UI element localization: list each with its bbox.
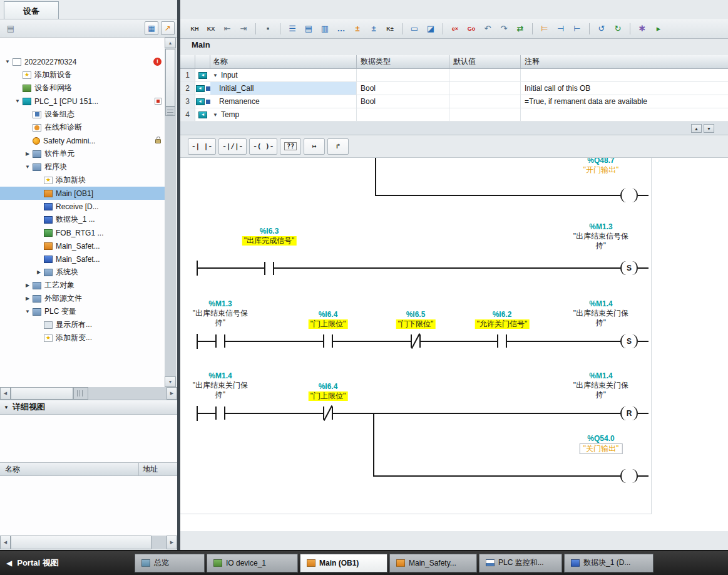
- expander-icon[interactable]: ▼: [3, 59, 13, 65]
- goto-error-icon[interactable]: e×: [448, 22, 462, 36]
- tree-item-safety-admin[interactable]: Safety Admini...: [0, 134, 165, 147]
- portal-view-button[interactable]: ◀ Portal 视图: [0, 557, 135, 569]
- refresh-icon[interactable]: ↺: [595, 22, 608, 36]
- operand-compare-icon[interactable]: K±: [383, 22, 397, 36]
- coil-open-door[interactable]: [620, 189, 638, 202]
- settings-icon[interactable]: ✱: [635, 22, 649, 36]
- no-contact[interactable]: [323, 334, 333, 348]
- tree-item-main-safety-1[interactable]: Main_Safet...: [0, 239, 165, 252]
- ladder-canvas[interactable]: %Q48.7 "开门输出" %I6.3 "出库完成信号" %M1.3 "出库结束…: [180, 158, 728, 531]
- compare-kx-icon[interactable]: KX: [204, 22, 218, 36]
- col-default[interactable]: 默认值: [449, 55, 521, 68]
- collapse-down-button[interactable]: ▼: [704, 124, 714, 133]
- palette-nc-contact-button[interactable]: -|/|-: [218, 138, 247, 155]
- expander-icon[interactable]: ▼: [213, 112, 218, 118]
- expand-networks-icon[interactable]: ▤: [302, 22, 315, 36]
- operand-label[interactable]: %I6.4 "门上限位": [309, 382, 348, 401]
- tab-devices[interactable]: 设备: [4, 1, 59, 19]
- favorites-icon[interactable]: ◪: [424, 22, 438, 36]
- scroll-up-button[interactable]: ▲: [165, 38, 176, 48]
- col-comment[interactable]: 注释: [521, 55, 728, 68]
- reset-coil[interactable]: R: [620, 407, 638, 420]
- operand-label[interactable]: %M1.4 "出库结束关门保持": [570, 299, 632, 328]
- table-row[interactable]: 2 Initial_Call Bool Initial call of this…: [180, 82, 728, 95]
- tree-item-external-sources[interactable]: ▶ 外部源文件: [0, 292, 165, 305]
- hscroll-thumb[interactable]: [11, 536, 151, 549]
- scroll-left-button[interactable]: ◀: [0, 536, 11, 549]
- operand-label[interactable]: %Q54.0 "关门输出": [580, 434, 623, 454]
- no-contact[interactable]: [215, 407, 225, 420]
- tree-item-tech-objects[interactable]: ▶ 工艺对象: [0, 279, 165, 292]
- task-datablock1[interactable]: 数据块_1 (D...: [564, 554, 654, 572]
- set-coil[interactable]: S: [620, 261, 638, 275]
- insert-output-icon[interactable]: ⊣: [554, 22, 568, 36]
- open-diagram-button[interactable]: ↗: [161, 21, 175, 35]
- tree-item-datablock1[interactable]: 数据块_1 ...: [0, 213, 165, 226]
- tree-item-project[interactable]: ▼ 20220227f0324 !: [0, 55, 165, 68]
- absolute-operands-icon[interactable]: ±: [351, 22, 364, 36]
- scroll-right-button[interactable]: ▶: [167, 387, 177, 400]
- expander-icon[interactable]: ▼: [23, 309, 33, 314]
- tree-item-show-all-tags[interactable]: 显示所有...: [0, 318, 165, 331]
- jump-forward-icon[interactable]: ↷: [497, 22, 511, 36]
- task-plc-monitor[interactable]: PLC 监控和...: [479, 554, 562, 572]
- palette-open-branch-button[interactable]: ↦: [304, 138, 325, 155]
- operand-label[interactable]: %M1.3 "出库结束信号保持": [190, 299, 251, 328]
- palette-close-branch-button[interactable]: ↱: [327, 138, 349, 155]
- splitter-grip[interactable]: [73, 387, 88, 400]
- tree-item-online-diagnostics[interactable]: 在线和诊断: [0, 121, 165, 134]
- tree-item-plc1[interactable]: ▼ PLC_1 [CPU 151...: [0, 95, 165, 108]
- tree-item-program-blocks[interactable]: ▼ 程序块: [0, 160, 165, 174]
- operand-label[interactable]: %I6.5 "门下限位": [396, 310, 436, 329]
- monitor-icon[interactable]: ▸: [652, 22, 665, 36]
- no-contact[interactable]: [215, 334, 225, 348]
- detail-col-address[interactable]: 地址: [139, 464, 158, 475]
- operand-label[interactable]: %M1.4 "出库结束关门保持": [570, 371, 632, 400]
- hscroll-thumb[interactable]: [11, 387, 73, 400]
- coil-close-door[interactable]: [620, 469, 638, 483]
- collapse-up-button[interactable]: ▲: [691, 124, 702, 133]
- compile-icon[interactable]: ↻: [611, 22, 625, 36]
- task-io-device[interactable]: IO device_1: [207, 554, 298, 572]
- scroll-left-button[interactable]: ◀: [0, 387, 11, 400]
- table-row[interactable]: 3 Remanence Bool =True, if remanent data…: [180, 95, 728, 108]
- interface-icon[interactable]: ▪: [261, 22, 275, 36]
- tree-item-plc-tags[interactable]: ▼ PLC 变量: [0, 305, 165, 318]
- operand-label[interactable]: %M1.4 "出库结束关门保持": [190, 371, 251, 400]
- expander-icon[interactable]: ▼: [213, 73, 218, 78]
- operand-label[interactable]: %M1.3 "出库结束信号保持": [570, 222, 632, 251]
- tree-item-fob-rtg1[interactable]: FOB_RTG1 ...: [0, 226, 165, 239]
- tree-item-device-config[interactable]: 设备组态: [0, 108, 165, 121]
- expander-icon[interactable]: ▶: [34, 269, 44, 275]
- insert-branch-icon[interactable]: ⊢: [570, 22, 584, 36]
- detail-col-name[interactable]: 名称: [0, 463, 139, 475]
- operand-label[interactable]: %I6.2 "允许关门信号": [475, 310, 530, 329]
- col-name[interactable]: 名称: [210, 55, 357, 68]
- task-overview[interactable]: 总览: [135, 554, 205, 572]
- task-main-safety[interactable]: Main_Safety...: [389, 554, 477, 572]
- update-block-calls-icon[interactable]: ⇄: [513, 22, 527, 36]
- no-contact[interactable]: [497, 334, 507, 348]
- tree-item-software-units[interactable]: ▶ 软件单元: [0, 147, 165, 160]
- nc-contact[interactable]: [323, 407, 333, 420]
- network-comments-icon[interactable]: …: [334, 22, 348, 36]
- set-coil[interactable]: S: [620, 334, 638, 348]
- tree-item-main-ob1[interactable]: Main [OB1]: [0, 187, 165, 200]
- expander-icon[interactable]: ▼: [13, 98, 23, 104]
- detail-view-header[interactable]: ▼ 详细视图: [0, 400, 177, 415]
- tree-item-add-block[interactable]: 添加新块: [0, 174, 165, 187]
- task-main-ob1[interactable]: Main (OB1): [300, 554, 387, 572]
- tree-item-system-blocks[interactable]: ▶ 系统块: [0, 266, 165, 279]
- symbolic-operands-icon[interactable]: ±: [367, 22, 381, 36]
- col-datatype[interactable]: 数据类型: [357, 55, 449, 68]
- insert-input-icon[interactable]: ⊨: [538, 22, 551, 36]
- window-left-icon[interactable]: ⇤: [220, 22, 234, 36]
- tree-item-add-tag[interactable]: 添加新变...: [0, 331, 165, 344]
- nc-contact[interactable]: [411, 334, 421, 348]
- tree-item-main-safety-2[interactable]: Main_Safet...: [0, 252, 165, 266]
- detail-view-button[interactable]: ▦: [145, 21, 158, 35]
- collapse-networks-icon[interactable]: ▥: [318, 22, 332, 36]
- expander-icon[interactable]: ▶: [23, 296, 33, 301]
- operand-label[interactable]: %Q48.7 "开门输出": [583, 158, 619, 175]
- window-right-icon[interactable]: ⇥: [237, 22, 250, 36]
